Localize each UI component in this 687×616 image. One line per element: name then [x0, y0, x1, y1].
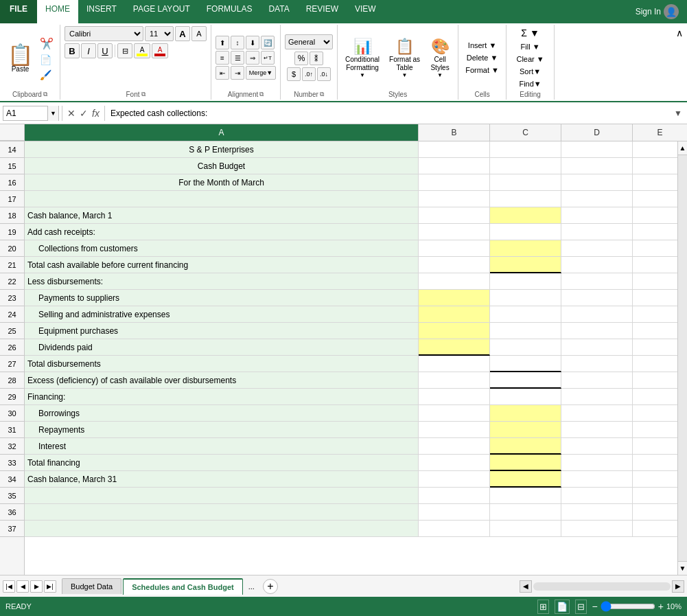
cell-a31[interactable]: Repayments	[25, 422, 419, 438]
tab-insert[interactable]: INSERT	[78, 0, 125, 23]
cell-e14[interactable]	[633, 141, 677, 158]
tab-home[interactable]: HOME	[37, 0, 78, 23]
tab-review[interactable]: REVIEW	[298, 0, 347, 23]
align-center-button[interactable]: ☰	[231, 51, 244, 65]
zoom-out-button[interactable]: −	[592, 601, 598, 612]
cell-e16[interactable]	[633, 174, 677, 191]
cell-b17[interactable]	[419, 191, 490, 207]
cell-d29[interactable]	[561, 389, 633, 405]
cell-e33[interactable]	[633, 455, 677, 471]
cell-c32[interactable]	[490, 438, 561, 455]
row-header-27[interactable]: 27	[0, 356, 24, 372]
cell-e28[interactable]	[633, 372, 677, 389]
cell-a16[interactable]: For the Month of March	[25, 174, 419, 191]
cell-c33[interactable]	[490, 455, 561, 471]
merge-cells-button[interactable]: Merge▼	[246, 66, 276, 80]
cell-a29[interactable]: Financing:	[25, 389, 419, 405]
cell-d15[interactable]	[561, 158, 633, 174]
scroll-up-button[interactable]: ▲	[678, 141, 687, 155]
cell-b23[interactable]	[419, 290, 490, 306]
cell-c14[interactable]	[490, 141, 561, 158]
vertical-scrollbar-track[interactable]	[678, 155, 687, 561]
tab-view[interactable]: VIEW	[347, 0, 384, 23]
align-right-button[interactable]: ⇒	[246, 51, 259, 65]
cell-a18[interactable]: Cash balance, March 1	[25, 207, 419, 224]
cell-e34[interactable]	[633, 471, 677, 488]
col-header-c[interactable]: C	[490, 124, 561, 141]
increase-indent-button[interactable]: ⇥	[231, 66, 244, 80]
row-header-26[interactable]: 26	[0, 339, 24, 356]
cell-d31[interactable]	[561, 422, 633, 438]
cell-b19[interactable]	[419, 224, 490, 240]
align-left-button[interactable]: ≡	[216, 51, 229, 65]
cell-c28[interactable]	[490, 372, 561, 389]
cell-d22[interactable]	[561, 273, 633, 290]
cell-b34[interactable]	[419, 471, 490, 488]
cell-d36[interactable]	[561, 504, 633, 521]
row-header-23[interactable]: 23	[0, 290, 24, 306]
cell-a37[interactable]	[25, 521, 419, 537]
cell-e29[interactable]	[633, 389, 677, 405]
cell-c30[interactable]	[490, 405, 561, 422]
wrap-text-button[interactable]: ↵T	[261, 51, 275, 65]
cell-c21[interactable]	[490, 257, 561, 273]
cell-d23[interactable]	[561, 290, 633, 306]
cell-b24[interactable]	[419, 306, 490, 323]
row-header-24[interactable]: 24	[0, 306, 24, 323]
cell-d20[interactable]	[561, 240, 633, 257]
row-header-14[interactable]: 14	[0, 141, 24, 158]
cell-b37[interactable]	[419, 521, 490, 537]
cell-c23[interactable]	[490, 290, 561, 306]
align-bottom-button[interactable]: ⬇	[246, 36, 259, 49]
row-header-28[interactable]: 28	[0, 372, 24, 389]
cell-b31[interactable]	[419, 422, 490, 438]
cell-e18[interactable]	[633, 207, 677, 224]
col-header-e[interactable]: E	[633, 124, 687, 141]
decrease-indent-button[interactable]: ⇤	[216, 66, 229, 80]
row-header-30[interactable]: 30	[0, 405, 24, 422]
row-header-20[interactable]: 20	[0, 240, 24, 257]
cell-d27[interactable]	[561, 356, 633, 372]
cell-b22[interactable]	[419, 273, 490, 290]
bold-button[interactable]: B	[65, 43, 80, 58]
page-layout-view-button[interactable]: 📄	[555, 600, 570, 614]
cell-b32[interactable]	[419, 438, 490, 455]
cell-d17[interactable]	[561, 191, 633, 207]
cell-d18[interactable]	[561, 207, 633, 224]
cell-b25[interactable]	[419, 323, 490, 339]
normal-view-button[interactable]: ⊞	[537, 600, 549, 614]
formula-cancel-button[interactable]: ✕	[65, 108, 78, 119]
row-header-22[interactable]: 22	[0, 273, 24, 290]
cell-d32[interactable]	[561, 438, 633, 455]
cell-a20[interactable]: Collections from customers	[25, 240, 419, 257]
cell-e19[interactable]	[633, 224, 677, 240]
delete-cells-button[interactable]: Delete ▼	[464, 52, 501, 63]
row-header-16[interactable]: 16	[0, 174, 24, 191]
cell-e31[interactable]	[633, 422, 677, 438]
cell-e26[interactable]	[633, 339, 677, 356]
currency-button[interactable]: $	[287, 67, 301, 81]
cell-a19[interactable]: Add cash receipts:	[25, 224, 419, 240]
paste-button[interactable]: 📋 Paste	[4, 42, 36, 76]
cell-a24[interactable]: Selling and administrative expenses	[25, 306, 419, 323]
cell-b18[interactable]	[419, 207, 490, 224]
cell-b26[interactable]	[419, 339, 490, 356]
cell-a27[interactable]: Total disbursements	[25, 356, 419, 372]
cell-a28[interactable]: Excess (deficiency) of cash available ov…	[25, 372, 419, 389]
cell-e35[interactable]	[633, 488, 677, 504]
page-break-view-button[interactable]: ⊟	[575, 600, 587, 614]
cell-c19[interactable]	[490, 224, 561, 240]
find-select-button[interactable]: Find▼	[516, 78, 544, 89]
cell-e23[interactable]	[633, 290, 677, 306]
row-header-36[interactable]: 36	[0, 504, 24, 521]
alignment-launcher-icon[interactable]: ⧉	[259, 91, 264, 98]
h-scroll-right-button[interactable]: ▶	[672, 580, 684, 593]
sheet-nav-first[interactable]: |◀	[3, 580, 15, 593]
cell-c25[interactable]	[490, 323, 561, 339]
row-header-33[interactable]: 33	[0, 455, 24, 471]
cell-ref-dropdown-button[interactable]: ▼	[47, 106, 58, 121]
formula-input[interactable]	[108, 106, 672, 121]
sheet-nav-next[interactable]: ▶	[30, 580, 43, 593]
clear-button[interactable]: Clear ▼	[513, 54, 546, 65]
tab-page-layout[interactable]: PAGE LAYOUT	[125, 0, 198, 23]
